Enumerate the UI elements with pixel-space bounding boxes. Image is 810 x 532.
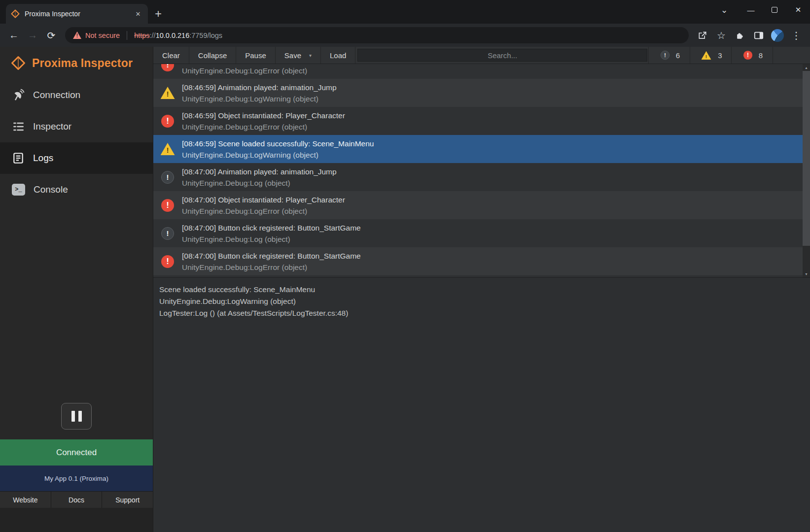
warning-icon xyxy=(702,51,711,60)
sidebar-item-console[interactable]: >_ Console xyxy=(0,174,153,205)
page-content: Proxima Inspector Connection xyxy=(0,47,810,532)
detail-stacktrace-line: UnityEngine.Debug:LogWarning (object) xyxy=(159,296,804,307)
reload-icon[interactable]: ⟳ xyxy=(42,27,60,44)
close-window-button[interactable]: ✕ xyxy=(786,0,810,20)
connected-app-label: My App 0.1 (Proxima) xyxy=(0,466,153,491)
url-separator: :// xyxy=(150,32,156,39)
pause-icon xyxy=(78,411,82,422)
sidebar-item-label: Console xyxy=(34,184,68,195)
scrollbar-thumb[interactable] xyxy=(803,71,810,246)
url-text: https://10.0.0.216:7759/logs xyxy=(134,32,222,39)
not-secure-label[interactable]: Not secure xyxy=(85,32,120,39)
pause-logs-button[interactable]: Pause xyxy=(236,47,276,64)
footer-docs-button[interactable]: Docs xyxy=(51,492,103,508)
window-controls: ⌄ — ✕ xyxy=(712,0,810,20)
warning-count: 3 xyxy=(718,51,722,60)
browser-navbar: ← → ⟳ Not secure https://10.0.0.216:7759… xyxy=(0,24,810,47)
log-row[interactable]: [08:46:59] Object instantiated: Player_C… xyxy=(153,107,810,135)
log-row[interactable]: [08:47:00] Button click registered: Butt… xyxy=(153,247,810,275)
sidebar-fill xyxy=(0,508,153,532)
log-stacktrace: UnityEngine.Debug:LogError (object) xyxy=(182,121,810,133)
proxima-diamond-icon xyxy=(11,56,26,70)
info-count-toggle[interactable]: 6 xyxy=(648,47,690,64)
log-row-selected[interactable]: [08:46:59] Scene loaded successfully: Sc… xyxy=(153,135,810,163)
detail-stacktrace-line: LogTester:Log () (at Assets/TestScripts/… xyxy=(159,307,804,319)
tab-search-chevron-icon[interactable]: ⌄ xyxy=(712,0,736,20)
tab-title: Proxima Inspector xyxy=(25,10,128,18)
scroll-up-icon[interactable]: ▲ xyxy=(803,64,810,71)
log-stacktrace: UnityEngine.Debug:LogError (object) xyxy=(182,65,810,76)
log-list-scrollbar[interactable]: ▲ ▼ xyxy=(803,64,810,277)
new-tab-button[interactable]: + xyxy=(155,9,162,19)
sidebar-footer: Website Docs Support xyxy=(0,491,153,508)
error-icon xyxy=(161,64,174,71)
log-message: [08:46:59] Animation played: animation_J… xyxy=(182,82,810,93)
footer-support-button[interactable]: Support xyxy=(102,492,153,508)
info-count: 6 xyxy=(676,51,680,60)
log-stacktrace: UnityEngine.Debug:LogWarning (object) xyxy=(182,149,810,161)
browser-titlebar: Proxima Inspector ✕ + ⌄ — ✕ xyxy=(0,0,810,24)
footer-website-button[interactable]: Website xyxy=(0,492,51,508)
log-stacktrace: UnityEngine.Debug:LogError (object) xyxy=(182,262,810,273)
bookmark-star-icon[interactable]: ☆ xyxy=(712,27,730,44)
browser-menu-icon[interactable]: ⋮ xyxy=(787,27,805,44)
maximize-button[interactable] xyxy=(763,0,786,20)
warning-count-toggle[interactable]: 3 xyxy=(690,47,731,64)
tab-close-icon[interactable]: ✕ xyxy=(133,9,143,19)
sidebar-item-logs[interactable]: Logs xyxy=(0,142,153,174)
log-message: [08:47:00] Button click registered: Butt… xyxy=(182,222,810,233)
error-icon xyxy=(161,255,174,268)
info-icon xyxy=(661,51,669,60)
log-message: [08:46:59] Object instantiated: Player_C… xyxy=(182,110,810,121)
share-icon[interactable] xyxy=(694,27,711,44)
collapse-button[interactable]: Collapse xyxy=(189,47,236,64)
info-icon xyxy=(161,171,174,184)
warning-icon xyxy=(161,143,175,155)
log-row[interactable]: UnityEngine.Debug:LogError (object) xyxy=(153,64,810,79)
logs-panel: Clear Collapse Pause Save ▾ Load 6 3 8 xyxy=(153,47,810,532)
error-count: 8 xyxy=(759,51,763,60)
extensions-puzzle-icon[interactable] xyxy=(731,27,749,44)
log-stacktrace: UnityEngine.Debug:LogWarning (object) xyxy=(182,93,810,104)
side-panel-icon[interactable] xyxy=(750,27,768,44)
forward-icon[interactable]: → xyxy=(24,27,41,44)
browser-tab[interactable]: Proxima Inspector ✕ xyxy=(6,4,148,24)
chevron-down-icon[interactable]: ▾ xyxy=(309,53,312,58)
document-icon xyxy=(12,152,25,165)
back-icon[interactable]: ← xyxy=(5,27,23,44)
list-icon xyxy=(12,120,25,133)
pause-connection-button[interactable] xyxy=(61,403,92,430)
log-list: UnityEngine.Debug:LogError (object) [08:… xyxy=(153,64,810,277)
log-row[interactable]: [08:46:59] Animation played: animation_J… xyxy=(153,79,810,107)
sidebar-item-label: Logs xyxy=(33,153,53,164)
sidebar-item-connection[interactable]: Connection xyxy=(0,79,153,111)
favicon-diamond-icon xyxy=(11,9,20,18)
clear-button[interactable]: Clear xyxy=(153,47,189,64)
log-message: [08:47:00] Animation played: animation_J… xyxy=(182,166,810,177)
scroll-down-icon[interactable]: ▼ xyxy=(803,270,810,277)
save-button[interactable]: Save ▾ xyxy=(276,47,321,64)
logs-toolbar: Clear Collapse Pause Save ▾ Load 6 3 8 xyxy=(153,47,810,64)
log-message: [08:47:00] Object instantiated: Player_C… xyxy=(182,194,810,205)
profile-avatar[interactable] xyxy=(769,27,786,44)
minimize-button[interactable]: — xyxy=(739,0,763,20)
log-message: [08:46:59] Scene loaded successfully: Sc… xyxy=(182,138,810,149)
log-row[interactable]: [08:47:00] Object instantiated: Player_C… xyxy=(153,191,810,219)
error-count-toggle[interactable]: 8 xyxy=(731,47,773,64)
not-secure-warning-icon xyxy=(73,32,81,39)
sidebar: Proxima Inspector Connection xyxy=(0,47,153,532)
log-row[interactable]: [08:47:00] Button click registered: Butt… xyxy=(153,219,810,247)
sidebar-item-inspector[interactable]: Inspector xyxy=(0,111,153,142)
load-button[interactable]: Load xyxy=(321,47,355,64)
toolbar-end-spacer xyxy=(773,47,810,64)
address-bar[interactable]: Not secure https://10.0.0.216:7759/logs xyxy=(65,27,689,43)
pause-icon xyxy=(71,411,75,422)
search-input[interactable] xyxy=(357,49,647,62)
connection-status-badge: Connected xyxy=(0,439,153,466)
sidebar-spacer xyxy=(0,205,153,403)
log-row[interactable]: [08:47:00] Animation played: animation_J… xyxy=(153,163,810,191)
maximize-icon xyxy=(772,7,777,13)
app-logo: Proxima Inspector xyxy=(0,47,153,79)
url-host: 10.0.0.216 xyxy=(156,32,190,39)
app-title: Proxima Inspector xyxy=(32,57,133,70)
